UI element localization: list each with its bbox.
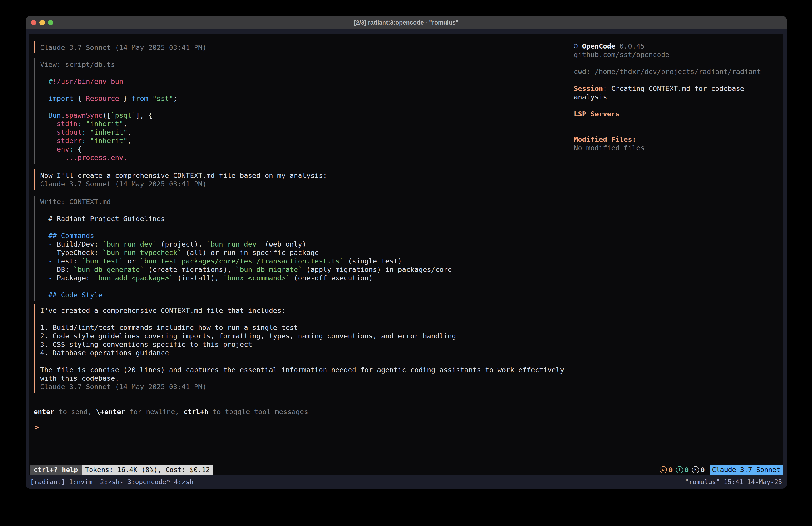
terminal-line: github.com/sst/opencode (574, 51, 761, 59)
prompt-input[interactable]: > (35, 422, 39, 432)
terminal-line: cwd: /home/thdxr/dev/projects/radiant/ra… (574, 67, 761, 76)
terminal-line: Session: Creating CONTEXT.md for codebas… (574, 84, 761, 93)
message-accent-bar (34, 304, 35, 393)
terminal-line: Claude 3.7 Sonnet (14 May 2025 03:41 PM) (40, 382, 564, 391)
message-block-summary: I've created a comprehensive CONTEXT.md … (34, 304, 564, 393)
terminal-line: 2. Code style guidelines covering import… (40, 332, 564, 340)
terminal-line: stdin: "inherit", (40, 119, 177, 128)
terminal-line: - TypeCheck: `bun run typecheck` (all) o… (40, 248, 452, 257)
terminal-line: - DB: `bun db generate` (create migratio… (40, 265, 452, 274)
terminal-line (40, 102, 177, 111)
terminal-line: ...process.env, (40, 153, 177, 162)
model-badge[interactable]: Claude 3.7 Sonnet (710, 465, 783, 475)
message-block-create-context: Now I'll create a comprehensive CONTEXT.… (34, 169, 327, 190)
diagnostic-h-icon: h0 (692, 466, 705, 474)
prompt-symbol: > (35, 423, 39, 431)
terminal-line: - Package: `bun add <package>` (install)… (40, 274, 452, 282)
terminal-line (40, 69, 177, 77)
terminal-line (574, 127, 761, 135)
terminal-line: View: script/db.ts (40, 60, 177, 69)
message-accent-bar (34, 41, 35, 54)
help-shortcut-chip[interactable]: ctrl+? help (30, 465, 82, 475)
message-accent-bar (34, 169, 35, 190)
window-titlebar[interactable]: [2/3] radiant:3:opencode - "romulus" (26, 16, 787, 29)
terminal-line: LSP Servers (574, 110, 761, 118)
terminal-line: - Test: `bun test` or `bun test packages… (40, 257, 452, 265)
diagnostic-w-icon: w0 (660, 466, 673, 474)
terminal-line: # Radiant Project Guidelines (40, 214, 452, 223)
terminal-line: Claude 3.7 Sonnet (14 May 2025 03:41 PM) (40, 180, 327, 188)
message-block-timestamp: Claude 3.7 Sonnet (14 May 2025 03:41 PM) (34, 41, 206, 54)
terminal-line: ## Commands (40, 231, 452, 240)
tmux-session-info: "romulus" 15:41 14-May-25 (685, 478, 782, 486)
maximize-button-icon[interactable] (48, 20, 53, 25)
terminal-line (40, 206, 452, 214)
terminal-line (574, 101, 761, 110)
window-title: [2/3] radiant:3:opencode - "romulus" (26, 16, 787, 29)
terminal-area: Claude 3.7 Sonnet (14 May 2025 03:41 PM)… (26, 29, 787, 488)
terminal-line (574, 76, 761, 84)
terminal-line: Now I'll create a comprehensive CONTEXT.… (40, 171, 327, 180)
terminal-line: stdout: "inherit", (40, 128, 177, 137)
terminal-line: Bun.spawnSync([`psql`], { (40, 111, 177, 119)
tmux-status-bar: [radiant] 1:nvim 2:zsh- 3:opencode* 4:zs… (26, 475, 787, 488)
terminal-line: #!/usr/bin/env bun (40, 77, 177, 86)
terminal-line: 3. CSS styling conventions specific to t… (40, 340, 564, 349)
tmux-window-list[interactable]: [radiant] 1:nvim 2:zsh- 3:opencode* 4:zs… (30, 478, 193, 486)
diagnostic-i-icon: i0 (676, 466, 689, 474)
status-bar: ctrl+? help Tokens: 16.4K (8%), Cost: $0… (29, 465, 783, 475)
terminal-line: No modified files (574, 144, 761, 152)
terminal-line: stderr: "inherit", (40, 137, 177, 145)
terminal-line: import { Resource } from "sst"; (40, 94, 177, 102)
tool-accent-bar (34, 196, 35, 301)
diagnostics: w0i0h0 (660, 466, 705, 474)
terminal-line: © OpenCode 0.0.45 (574, 42, 761, 51)
sidebar: © OpenCode 0.0.45github.com/sst/opencode… (574, 42, 761, 152)
terminal-line: I've created a comprehensive CONTEXT.md … (40, 306, 564, 315)
status-right: w0i0h0 Claude 3.7 Sonnet (660, 465, 783, 475)
tool-block-write-context-md: Write: CONTEXT.md # Radiant Project Guid… (34, 196, 452, 301)
terminal-line: env: { (40, 145, 177, 153)
terminal-line: Claude 3.7 Sonnet (14 May 2025 03:41 PM) (40, 43, 206, 52)
terminal-line: ## Code Style (40, 290, 452, 299)
terminal-line: 4. Database operations guidance (40, 349, 564, 357)
terminal-line (574, 118, 761, 127)
traffic-lights (31, 16, 53, 29)
desktop-background: [2/3] radiant:3:opencode - "romulus" Cla… (0, 0, 812, 526)
terminal-line (40, 315, 564, 323)
terminal-line (40, 86, 177, 94)
input-divider (34, 418, 783, 419)
tool-block-view-db-ts: View: script/db.ts #!/usr/bin/env bun im… (34, 58, 177, 164)
tool-accent-bar (34, 58, 35, 164)
status-chips: ctrl+? help Tokens: 16.4K (8%), Cost: $0… (30, 465, 214, 475)
terminal-line: - Build/Dev: `bun run dev` (project), `b… (40, 240, 452, 248)
terminal-line (40, 282, 452, 290)
terminal-line: 1. Build/lint/test commands including ho… (40, 323, 564, 332)
terminal-line (40, 357, 564, 366)
terminal-line: with this codebase. (40, 374, 564, 382)
terminal-line (40, 223, 452, 231)
terminal-line: analysis (574, 93, 761, 101)
opencode-tui: Claude 3.7 Sonnet (14 May 2025 03:41 PM)… (29, 34, 783, 475)
terminal-line: The file is concise (20 lines) and captu… (40, 366, 564, 374)
terminal-window: [2/3] radiant:3:opencode - "romulus" Cla… (26, 16, 787, 488)
tokens-cost-chip: Tokens: 16.4K (8%), Cost: $0.12 (82, 465, 214, 475)
terminal-line (574, 59, 761, 67)
minimize-button-icon[interactable] (40, 20, 45, 25)
terminal-line: Modified Files: (574, 135, 761, 144)
help-line: enter to send, \+enter for newline, ctrl… (34, 408, 308, 416)
terminal-line: Write: CONTEXT.md (40, 198, 452, 206)
close-button-icon[interactable] (31, 20, 36, 25)
